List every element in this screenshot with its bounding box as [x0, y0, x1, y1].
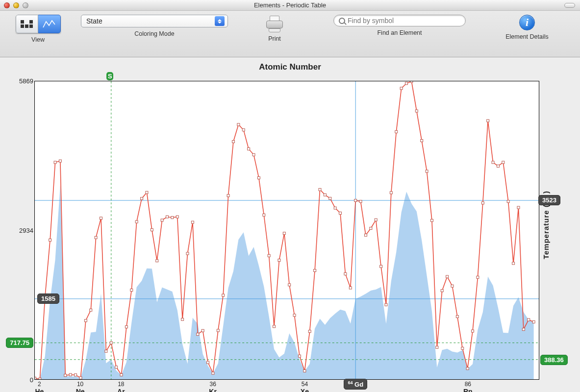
- svg-rect-68: [349, 287, 352, 289]
- print-label: Print: [268, 35, 281, 42]
- x-tick-element: He: [35, 388, 44, 392]
- svg-rect-55: [283, 232, 285, 235]
- svg-rect-84: [430, 219, 433, 221]
- svg-rect-81: [415, 110, 418, 112]
- view-graph-button[interactable]: [38, 15, 61, 33]
- svg-rect-66: [339, 212, 342, 214]
- svg-rect-93: [477, 276, 479, 278]
- coloring-mode-label: Coloring Mode: [134, 30, 174, 37]
- svg-rect-74: [380, 265, 382, 268]
- coloring-mode-select[interactable]: State: [81, 15, 228, 27]
- chart-title: Atomic Number: [0, 57, 580, 72]
- x-tick-number: 18: [118, 381, 124, 388]
- x-tick-number: 86: [465, 381, 471, 388]
- svg-rect-100: [512, 262, 515, 265]
- svg-rect-75: [385, 303, 387, 306]
- zoom-button[interactable]: [23, 2, 28, 8]
- svg-rect-36: [186, 252, 189, 255]
- view-table-button[interactable]: [16, 15, 38, 33]
- window-title: Elements - Periodic Table: [0, 1, 580, 9]
- x-tick-element: Rn: [463, 388, 473, 392]
- toolbar: View State Coloring Mode Print Find an E…: [0, 11, 580, 57]
- svg-rect-18: [95, 236, 97, 239]
- svg-rect-14: [75, 374, 77, 376]
- coloring-mode-value: State: [86, 17, 215, 25]
- svg-rect-22: [115, 366, 118, 368]
- svg-rect-27: [141, 197, 143, 200]
- svg-rect-54: [278, 259, 280, 262]
- svg-rect-62: [319, 188, 321, 191]
- svg-rect-83: [426, 170, 428, 172]
- svg-rect-46: [237, 123, 240, 126]
- minimize-button[interactable]: [13, 2, 19, 8]
- svg-rect-32: [166, 216, 168, 218]
- svg-rect-71: [364, 234, 367, 236]
- chevron-up-down-icon: [215, 16, 225, 26]
- chart-svg: [35, 81, 539, 379]
- svg-rect-69: [354, 199, 357, 202]
- svg-rect-9: [49, 239, 51, 241]
- traffic-lights: [4, 2, 28, 8]
- guide-value-3523: 3523: [538, 195, 560, 205]
- svg-rect-43: [222, 294, 225, 296]
- svg-rect-82: [421, 140, 423, 142]
- search-input[interactable]: [348, 17, 460, 24]
- svg-rect-52: [268, 254, 270, 257]
- svg-rect-29: [151, 229, 153, 231]
- y-tick: 2934: [19, 227, 33, 234]
- svg-rect-90: [461, 347, 464, 349]
- svg-rect-15: [79, 377, 82, 379]
- svg-rect-7: [39, 378, 41, 379]
- guide-marker-s: S: [106, 72, 113, 80]
- chart-plot[interactable]: [34, 81, 539, 380]
- svg-rect-63: [324, 194, 326, 196]
- svg-rect-30: [156, 260, 158, 262]
- svg-rect-48: [248, 147, 250, 150]
- svg-rect-60: [308, 330, 311, 333]
- svg-rect-26: [135, 220, 138, 223]
- x-tick-element: Ar: [117, 388, 125, 392]
- svg-rect-37: [191, 221, 194, 223]
- hover-element-label: 64 Gd: [344, 379, 367, 390]
- svg-rect-39: [202, 329, 204, 332]
- y-tick: 5869: [19, 77, 33, 85]
- element-details-button[interactable]: i: [519, 15, 535, 30]
- svg-rect-13: [69, 373, 72, 376]
- find-element-search[interactable]: [333, 15, 466, 26]
- svg-rect-104: [532, 320, 535, 323]
- svg-rect-45: [232, 140, 234, 143]
- svg-rect-56: [288, 284, 291, 286]
- svg-rect-11: [59, 160, 61, 162]
- search-icon: [339, 18, 345, 24]
- svg-rect-57: [293, 314, 296, 317]
- guide-value-green-left: 717.75: [6, 338, 33, 348]
- y-tick: 0: [30, 376, 33, 384]
- svg-rect-51: [263, 214, 265, 216]
- x-tick-number: 10: [77, 381, 83, 388]
- print-button[interactable]: [265, 15, 284, 32]
- svg-rect-64: [329, 197, 331, 199]
- svg-rect-94: [481, 202, 484, 204]
- svg-rect-50: [257, 176, 260, 179]
- svg-rect-41: [212, 372, 214, 374]
- svg-rect-103: [528, 318, 530, 321]
- svg-rect-35: [181, 318, 184, 320]
- svg-rect-47: [242, 129, 245, 131]
- svg-rect-101: [517, 206, 520, 209]
- x-tick-number: 36: [209, 381, 216, 388]
- window-titlebar: Elements - Periodic Table: [0, 0, 580, 11]
- svg-rect-38: [197, 333, 199, 336]
- svg-rect-65: [334, 207, 336, 209]
- x-tick-number: 2: [38, 381, 41, 388]
- svg-rect-61: [314, 270, 316, 272]
- svg-rect-31: [161, 219, 163, 221]
- svg-rect-86: [441, 290, 443, 292]
- svg-rect-78: [400, 87, 403, 90]
- close-button[interactable]: [4, 2, 10, 8]
- line-chart-icon: [42, 19, 56, 29]
- svg-rect-12: [64, 374, 67, 377]
- toolbar-pill-button[interactable]: [564, 3, 575, 8]
- svg-rect-89: [456, 316, 458, 318]
- svg-rect-91: [466, 368, 469, 370]
- svg-rect-21: [110, 342, 112, 344]
